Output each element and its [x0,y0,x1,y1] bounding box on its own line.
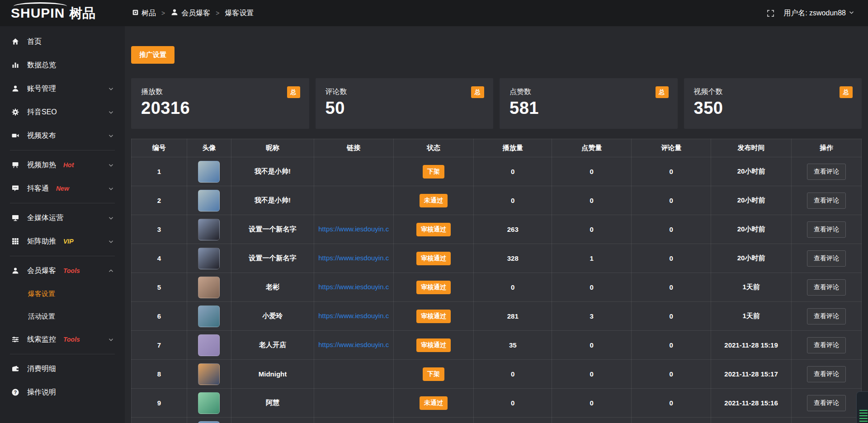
sidebar-item-会员爆客[interactable]: 会员爆客Tools [0,259,125,282]
sidebar-item-线索监控[interactable]: 线索监控Tools [0,328,125,351]
topbar-right: 用户名: zswodun88 [767,9,868,18]
empty-cell [632,418,711,423]
status-badge[interactable]: 审核通过 [416,223,451,236]
comments-cell: 0 [632,360,711,389]
empty-cell [231,418,314,423]
likes-cell: 0 [552,389,632,418]
comments-cell: 0 [632,244,711,273]
fullscreen-icon[interactable] [767,9,774,17]
sidebar-subitem-爆客设置[interactable]: 爆客设置 [0,282,125,305]
table-row-partial [132,418,862,423]
comments-cell: 0 [632,331,711,360]
user-menu[interactable]: 用户名: zswodun88 [783,9,854,18]
video-link[interactable]: https://www.iesdouyin.c [318,341,389,348]
link-cell: https://www.iesdouyin.c [314,215,393,244]
stat-value: 350 [694,99,852,118]
plays-cell: 328 [474,244,552,273]
view-comments-button[interactable]: 查看评论 [807,308,846,324]
view-comments-button[interactable]: 查看评论 [807,337,846,353]
floating-widget[interactable] [856,391,868,423]
likes-cell: 3 [552,302,632,331]
empty-cell [791,418,861,423]
sidebar-item-首页[interactable]: 首页 [0,30,125,53]
status-badge[interactable]: 审核通过 [416,310,451,323]
heat-icon [11,161,20,169]
floating-widget-stripes [859,410,868,422]
sidebar-badge: Tools [63,267,80,274]
sidebar-item-抖音SEO[interactable]: 抖音SEO [0,100,125,124]
view-comments-button[interactable]: 查看评论 [807,250,846,267]
sidebar-item-视频发布[interactable]: 视频发布 [0,124,125,147]
stat-card-likes: 点赞数 581 总 [500,78,678,129]
sidebar-item-全媒体运营[interactable]: 全媒体运营 [0,206,125,230]
gear-icon [11,108,20,116]
video-link[interactable]: https://www.iesdouyin.c [318,225,389,233]
publish-time-cell: 2021-11-28 15:17 [711,360,792,389]
status-badge[interactable]: 未通过 [420,396,448,410]
video-link[interactable]: https://www.iesdouyin.c [318,312,389,320]
status-badge[interactable]: 审核通过 [416,252,451,265]
status-badge[interactable]: 审核通过 [416,281,451,294]
view-comments-button[interactable]: 查看评论 [807,193,846,209]
column-header: 发布时间 [711,139,792,157]
avatar [198,219,220,240]
action-cell: 查看评论 [791,331,861,360]
status-badge[interactable]: 审核通过 [416,338,451,352]
sidebar-item-数据总览[interactable]: 数据总览 [0,53,125,77]
breadcrumb-item-member[interactable]: 会员爆客 [170,8,210,18]
row-number: 3 [132,215,187,244]
avatar [198,421,220,423]
nickname-cell: 设置一个新名字 [231,215,314,244]
breadcrumb-separator: > [216,9,219,17]
view-comments-button[interactable]: 查看评论 [807,395,846,411]
action-cell: 查看评论 [791,389,861,418]
chevron-down-icon [849,9,854,17]
publish-time-cell: 2021-11-28 15:19 [711,331,792,360]
sidebar-item-矩阵助推[interactable]: 矩阵助推VIP [0,230,125,253]
status-badge[interactable]: 下架 [423,165,444,179]
view-comments-button[interactable]: 查看评论 [807,164,846,180]
status-cell: 下架 [393,157,474,186]
status-badge[interactable]: 未通过 [420,194,448,207]
link-cell [314,389,393,418]
table-row: 1我不是小帅!下架00020小时前查看评论 [132,157,862,186]
breadcrumb-item-home[interactable]: 树品 [132,9,156,18]
sidebar-divider [10,256,115,256]
sidebar-subitem-活动设置[interactable]: 活动设置 [0,305,125,328]
empty-cell [552,418,632,423]
status-cell: 审核通过 [393,331,474,360]
column-header: 昵称 [231,139,314,157]
sidebar-item-消费明细[interactable]: 消费明细 [0,357,125,381]
videos-table: 编号头像昵称链接状态播放量点赞量评论量发布时间操作 1我不是小帅!下架00020… [131,139,862,423]
publish-time-cell: 1天前 [711,273,792,302]
chevron-down-icon [108,109,114,115]
status-badge[interactable]: 下架 [423,367,444,381]
view-comments-button[interactable]: 查看评论 [807,366,846,382]
avatar-cell [187,157,231,186]
chevron-up-icon [108,268,114,274]
table-row: 6小爱玲https://www.iesdouyin.c审核通过281301天前查… [132,302,862,331]
avatar-cell [187,331,231,360]
sidebar-item-label: 矩阵助推 [27,237,56,246]
stat-label: 点赞数 [509,87,668,97]
view-comments-button[interactable]: 查看评论 [807,279,846,296]
sidebar-item-label: 会员爆客 [27,266,56,276]
wallet-icon [11,365,20,373]
video-link[interactable]: https://www.iesdouyin.c [318,254,389,262]
view-comments-button[interactable]: 查看评论 [807,221,846,238]
column-header: 状态 [393,139,474,157]
stats-row: 播放数 20316 总 评论数 50 总 点赞数 581 总 视频个数 350 … [131,78,862,129]
logo-arc [14,2,67,10]
sidebar-item-视频加热[interactable]: 视频加热Hot [0,153,125,177]
stat-card-videos: 视频个数 350 总 [684,78,862,129]
promo-settings-button[interactable]: 推广设置 [131,46,175,64]
video-link[interactable]: https://www.iesdouyin.c [318,283,389,291]
plays-cell: 263 [474,215,552,244]
plays-cell: 0 [474,273,552,302]
avatar [198,277,220,298]
likes-cell: 0 [552,215,632,244]
link-cell: https://www.iesdouyin.c [314,244,393,273]
sidebar-item-操作说明[interactable]: ?操作说明 [0,381,125,404]
sidebar-item-抖客通[interactable]: 抖客通New [0,177,125,200]
sidebar-item-账号管理[interactable]: 账号管理 [0,77,125,100]
